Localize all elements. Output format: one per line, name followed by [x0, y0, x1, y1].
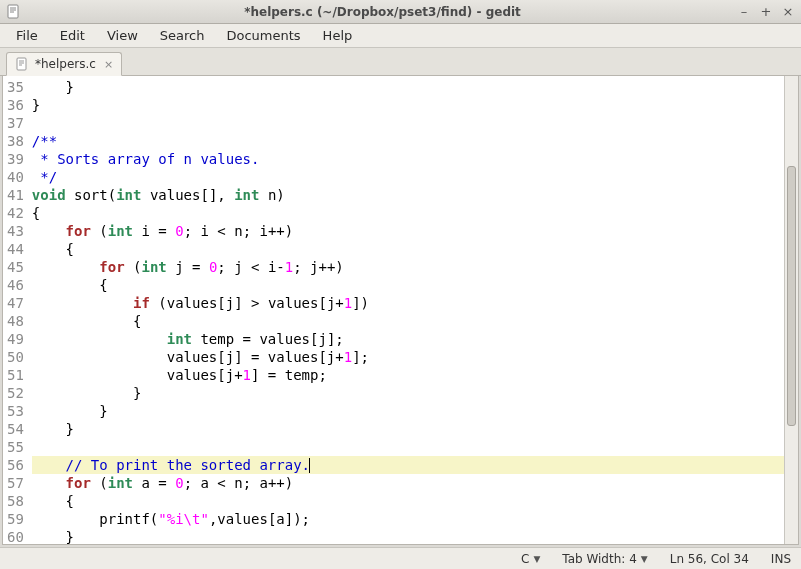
code-line[interactable]: for (int i = 0; i < n; i++) [32, 222, 784, 240]
code-line[interactable]: // To print the sorted array. [32, 456, 784, 474]
code-line[interactable]: } [32, 96, 784, 114]
line-number: 48 [7, 312, 24, 330]
statusbar: C ▼ Tab Width: 4 ▼ Ln 56, Col 34 INS [0, 547, 801, 569]
code-line[interactable]: values[j+1] = temp; [32, 366, 784, 384]
code-line[interactable] [32, 114, 784, 132]
code-line[interactable] [32, 438, 784, 456]
line-number: 50 [7, 348, 24, 366]
code-line[interactable]: { [32, 492, 784, 510]
menu-documents[interactable]: Documents [216, 25, 310, 46]
vertical-scrollbar[interactable] [784, 76, 798, 544]
code-line[interactable]: } [32, 528, 784, 544]
status-language[interactable]: C ▼ [521, 552, 540, 566]
line-number: 59 [7, 510, 24, 528]
code-line[interactable]: * Sorts array of n values. [32, 150, 784, 168]
status-insert-mode[interactable]: INS [771, 552, 791, 566]
line-number: 60 [7, 528, 24, 544]
status-tabwidth[interactable]: Tab Width: 4 ▼ [562, 552, 647, 566]
line-number: 58 [7, 492, 24, 510]
minimize-button[interactable]: – [737, 4, 751, 19]
menu-view[interactable]: View [97, 25, 148, 46]
menu-help[interactable]: Help [313, 25, 363, 46]
line-number: 37 [7, 114, 24, 132]
line-number: 39 [7, 150, 24, 168]
svg-rect-1 [17, 58, 26, 70]
code-line[interactable]: /** [32, 132, 784, 150]
tabbar: *helpers.c × [0, 48, 801, 76]
line-number: 52 [7, 384, 24, 402]
code-line[interactable]: { [32, 276, 784, 294]
line-number: 47 [7, 294, 24, 312]
code-line[interactable]: for (int j = 0; j < i-1; j++) [32, 258, 784, 276]
scrollbar-thumb[interactable] [787, 166, 796, 426]
chevron-down-icon: ▼ [533, 554, 540, 564]
window-title: *helpers.c (~/Dropbox/pset3/find) - gedi… [28, 5, 737, 19]
code-line[interactable]: } [32, 420, 784, 438]
line-number-gutter: 3536373839404142434445464748495051525354… [3, 76, 30, 544]
line-number: 53 [7, 402, 24, 420]
code-line[interactable]: values[j] = values[j+1]; [32, 348, 784, 366]
line-number: 55 [7, 438, 24, 456]
titlebar: *helpers.c (~/Dropbox/pset3/find) - gedi… [0, 0, 801, 24]
code-content[interactable]: }}/** * Sorts array of n values. */void … [30, 76, 784, 544]
line-number: 41 [7, 186, 24, 204]
line-number: 51 [7, 366, 24, 384]
close-button[interactable]: × [781, 4, 795, 19]
code-line[interactable]: } [32, 384, 784, 402]
tab-helpers-c[interactable]: *helpers.c × [6, 52, 122, 76]
menu-edit[interactable]: Edit [50, 25, 95, 46]
menubar: File Edit View Search Documents Help [0, 24, 801, 48]
code-line[interactable]: int temp = values[j]; [32, 330, 784, 348]
code-line[interactable]: } [32, 78, 784, 96]
code-line[interactable]: */ [32, 168, 784, 186]
app-icon [6, 4, 22, 20]
code-line[interactable]: printf("%i\t",values[a]); [32, 510, 784, 528]
line-number: 49 [7, 330, 24, 348]
code-line[interactable]: } [32, 402, 784, 420]
line-number: 56 [7, 456, 24, 474]
line-number: 40 [7, 168, 24, 186]
tab-close-icon[interactable]: × [102, 58, 115, 71]
menu-search[interactable]: Search [150, 25, 215, 46]
line-number: 45 [7, 258, 24, 276]
text-cursor [309, 458, 310, 473]
code-line[interactable]: { [32, 240, 784, 258]
code-line[interactable]: for (int a = 0; a < n; a++) [32, 474, 784, 492]
maximize-button[interactable]: + [759, 4, 773, 19]
line-number: 35 [7, 78, 24, 96]
line-number: 36 [7, 96, 24, 114]
code-line[interactable]: { [32, 312, 784, 330]
line-number: 44 [7, 240, 24, 258]
line-number: 54 [7, 420, 24, 438]
menu-file[interactable]: File [6, 25, 48, 46]
tab-label: *helpers.c [35, 57, 96, 71]
line-number: 43 [7, 222, 24, 240]
code-line[interactable]: { [32, 204, 784, 222]
code-line[interactable]: void sort(int values[], int n) [32, 186, 784, 204]
line-number: 57 [7, 474, 24, 492]
chevron-down-icon: ▼ [641, 554, 648, 564]
status-cursor-position: Ln 56, Col 34 [670, 552, 749, 566]
line-number: 42 [7, 204, 24, 222]
code-line[interactable]: if (values[j] > values[j+1]) [32, 294, 784, 312]
editor-area: 3536373839404142434445464748495051525354… [2, 76, 799, 545]
document-icon [15, 57, 29, 71]
line-number: 46 [7, 276, 24, 294]
text-editor[interactable]: 3536373839404142434445464748495051525354… [3, 76, 784, 544]
line-number: 38 [7, 132, 24, 150]
